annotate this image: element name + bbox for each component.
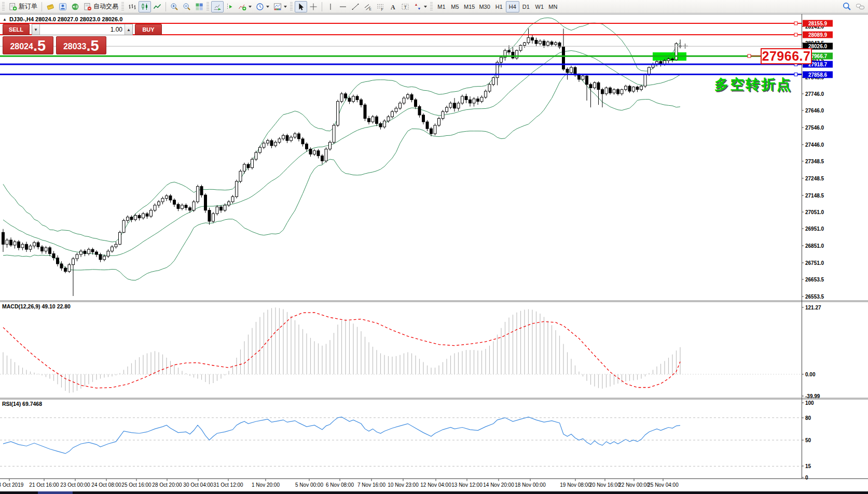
- toolbar-grip[interactable]: [206, 2, 209, 11]
- vertical-line-icon: [326, 3, 335, 11]
- timeframe-m5-button[interactable]: M5: [448, 1, 462, 12]
- window-bottom-edge: [0, 491, 868, 494]
- candlestick-icon: [141, 3, 149, 11]
- svg-text:25 Oct 16:00: 25 Oct 16:00: [121, 482, 151, 488]
- tile-windows-button[interactable]: [193, 1, 205, 12]
- channel-tool-button[interactable]: E: [362, 1, 374, 12]
- svg-text:T: T: [404, 4, 407, 9]
- toolbar-grip[interactable]: [2, 2, 5, 11]
- new-order-label: 新订单: [19, 2, 37, 11]
- search-button[interactable]: [841, 1, 853, 12]
- arrows-tool-button[interactable]: [411, 1, 429, 12]
- chart-shift-icon: [226, 3, 234, 11]
- sell-price-main: 28024: [10, 42, 33, 51]
- price-badge: 28089.9: [803, 32, 833, 38]
- svg-text:27646.0: 27646.0: [805, 108, 824, 114]
- toolbar-grip[interactable]: [121, 2, 124, 11]
- auto-scroll-icon: [213, 3, 222, 11]
- volume-input[interactable]: [40, 24, 125, 35]
- autotrading-button[interactable]: 自动交易: [81, 1, 120, 12]
- volume-decrease-button[interactable]: ▼: [32, 24, 40, 35]
- chevron-down-icon: [249, 6, 252, 8]
- trendline-icon: [351, 3, 360, 11]
- collapse-arrow-icon[interactable]: ▲: [3, 17, 7, 22]
- market-watch-button[interactable]: [44, 1, 57, 12]
- buy-price-button[interactable]: 28033.5: [56, 36, 107, 54]
- crosshair-tool-button[interactable]: [307, 1, 320, 12]
- zoom-in-icon: [170, 3, 178, 11]
- chat-button[interactable]: [853, 1, 867, 12]
- svg-text:28 Oct 20:00: 28 Oct 20:00: [152, 482, 182, 488]
- svg-text:14 Nov 20:00: 14 Nov 20:00: [483, 482, 514, 488]
- auto-scroll-button[interactable]: [211, 1, 224, 12]
- svg-text:80: 80: [805, 415, 811, 421]
- chart-shift-button[interactable]: [224, 1, 236, 12]
- svg-text:27746.0: 27746.0: [805, 91, 824, 97]
- accounts-button[interactable]: [57, 1, 69, 12]
- svg-text:50: 50: [805, 437, 811, 443]
- toolbar-grip[interactable]: [290, 2, 293, 11]
- broadcast-button[interactable]: [69, 1, 81, 12]
- timeframe-m1-button[interactable]: M1: [435, 1, 448, 12]
- svg-text:27148.5: 27148.5: [805, 193, 824, 199]
- fibonacci-tool-button[interactable]: F: [374, 1, 387, 12]
- text-label-icon: T: [401, 3, 409, 11]
- svg-text:100: 100: [805, 400, 814, 406]
- horizontal-line-tool-button[interactable]: [337, 1, 349, 12]
- zoom-in-button[interactable]: [168, 1, 181, 12]
- svg-text:6 Nov 08:00: 6 Nov 08:00: [326, 482, 354, 488]
- candlestick-chart-type-button[interactable]: [139, 1, 151, 12]
- indicators-button[interactable]: [236, 1, 254, 12]
- buy-button[interactable]: BUY: [135, 24, 162, 35]
- timeframe-m15-button[interactable]: M15: [462, 1, 477, 12]
- svg-text:23 Oct 00:00: 23 Oct 00:00: [60, 482, 90, 488]
- text-tool-button[interactable]: A: [387, 1, 399, 12]
- new-order-button[interactable]: 新订单: [7, 1, 39, 12]
- svg-text:26951.0: 26951.0: [805, 226, 824, 232]
- volume-stepper: ▼ ▲: [32, 24, 133, 35]
- profile-icon: [59, 3, 67, 11]
- timeframe-mn-button[interactable]: MN: [546, 1, 560, 12]
- svg-text:-39.99: -39.99: [805, 393, 820, 399]
- timeframe-w1-button[interactable]: W1: [533, 1, 546, 12]
- chat-icon: [856, 3, 865, 11]
- new-order-icon: [9, 3, 17, 11]
- sell-price-button[interactable]: 28024.5: [3, 36, 53, 54]
- zoom-out-button[interactable]: [181, 1, 193, 12]
- svg-text:25 Nov 04:00: 25 Nov 04:00: [647, 482, 679, 488]
- toolbar-grip[interactable]: [430, 2, 433, 11]
- svg-text:26751.0: 26751.0: [805, 260, 824, 266]
- svg-text:24 Oct 08:00: 24 Oct 08:00: [91, 482, 121, 488]
- svg-text:15: 15: [805, 463, 811, 469]
- sound-icon: [71, 3, 79, 11]
- symbol-info: ▲ DJ30-,H4 28024.0 28027.0 28023.0 28026…: [3, 16, 122, 22]
- volume-increase-button[interactable]: ▲: [125, 24, 132, 35]
- svg-text:31 Oct 12:00: 31 Oct 12:00: [213, 482, 243, 488]
- templates-button[interactable]: [271, 1, 289, 12]
- timeframe-h1-button[interactable]: H1: [492, 1, 506, 12]
- svg-text:0: 0: [805, 475, 808, 481]
- timeframe-m30-button[interactable]: M30: [477, 1, 492, 12]
- vertical-line-tool-button[interactable]: [324, 1, 337, 12]
- svg-text:5 Nov 00:00: 5 Nov 00:00: [295, 482, 323, 488]
- trendline-tool-button[interactable]: [349, 1, 362, 12]
- chart-annotation-text[interactable]: 多空转折点: [714, 75, 792, 94]
- search-icon: [843, 2, 851, 11]
- svg-text:21 Oct 16:00: 21 Oct 16:00: [29, 482, 59, 488]
- svg-text:F: F: [381, 7, 383, 11]
- timeframe-h4-button[interactable]: H4: [506, 1, 519, 12]
- svg-text:30 Oct 04:00: 30 Oct 04:00: [183, 482, 213, 488]
- chart-canvas[interactable]: 28141.028043.527943.527843.527746.027646…: [0, 0, 868, 494]
- svg-text:27446.0: 27446.0: [805, 142, 824, 148]
- cursor-tool-button[interactable]: [295, 1, 307, 12]
- price-level-flag[interactable]: 27966.7: [761, 48, 812, 64]
- sell-price-frac: .5: [33, 38, 46, 53]
- sell-button[interactable]: SELL: [3, 24, 30, 35]
- svg-text:7 Nov 16:00: 7 Nov 16:00: [357, 482, 385, 488]
- bar-chart-type-button[interactable]: [126, 1, 139, 12]
- text-label-tool-button[interactable]: T: [399, 1, 411, 12]
- line-chart-type-button[interactable]: [151, 1, 163, 12]
- periods-button[interactable]: [254, 1, 271, 12]
- timeframe-d1-button[interactable]: D1: [519, 1, 533, 12]
- macd-indicator-label: MACD(12,26,9) 49.10 22.80: [2, 303, 71, 309]
